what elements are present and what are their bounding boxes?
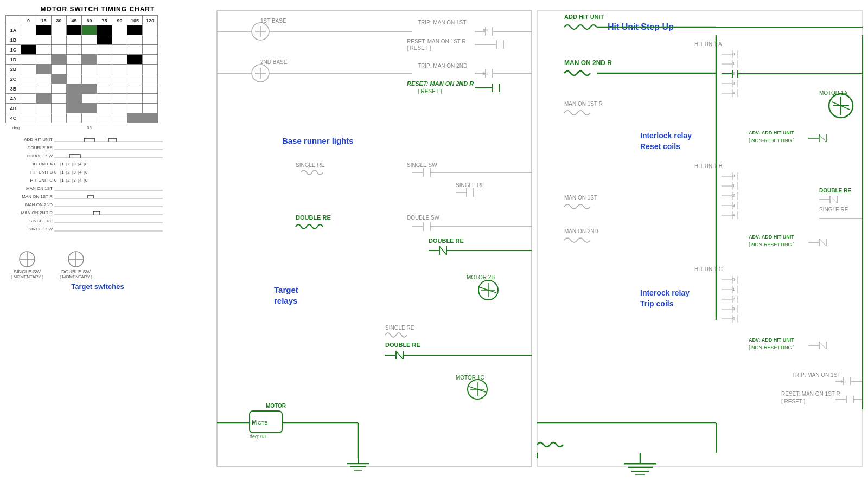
timing-grid-table: 0 15 30 45 60 75 90 105 120 1A bbox=[5, 15, 158, 133]
hit-unit-b-0: 0 bbox=[732, 174, 735, 178]
col-0: 0 bbox=[21, 16, 36, 25]
table-row: 4B bbox=[6, 104, 158, 113]
man-on-1st-coil bbox=[564, 204, 590, 209]
col-60: 60 bbox=[82, 16, 97, 25]
signal-hit-unit-b: HIT UNIT B 0 |1 |2 |3 |4 |0 bbox=[8, 169, 190, 176]
double-re-label-left: DOUBLE RE bbox=[296, 214, 331, 221]
table-row: 4A bbox=[6, 94, 158, 104]
single-re-contact-label: SINGLE RE bbox=[456, 182, 485, 188]
left-panel: MOTOR SWITCH TIMING CHART 0 15 30 45 60 … bbox=[5, 5, 190, 291]
left-circuit-border bbox=[217, 11, 532, 466]
col-75: 75 bbox=[97, 16, 112, 25]
hit-unit-c-2: 2 bbox=[732, 297, 735, 301]
col-15: 15 bbox=[36, 16, 52, 25]
signal-man-on-2nd-r: MAN ON 2ND R bbox=[8, 209, 190, 217]
signal-single-re: SINGLE RE bbox=[8, 217, 190, 225]
main-diagram: 1ST BASE TRIP: MAN ON 1ST Int RESET: MAN… bbox=[195, 0, 868, 488]
table-row-deg: deg: 63 bbox=[6, 123, 158, 133]
target-switches-label: Target switches bbox=[5, 282, 190, 291]
reset-2nd-bracket-label: [ RESET ] bbox=[418, 88, 442, 94]
timing-chart-grid: 0 15 30 45 60 75 90 105 120 1A bbox=[5, 15, 190, 133]
hit-unit-b-2: 2 bbox=[732, 193, 735, 198]
hit-unit-b-label: HIT UNIT B bbox=[694, 163, 723, 169]
signal-double-re: DOUBLE RE bbox=[8, 144, 190, 152]
single-sw-top-label: SINGLE SW bbox=[407, 162, 437, 168]
motor-1a-label: MOTOR 1A bbox=[819, 90, 847, 96]
signal-double-sw: DOUBLE SW bbox=[8, 152, 190, 160]
non-resetting-3-label: [ NON-RESETTING ] bbox=[749, 345, 795, 350]
non-resetting-2-label: [ NON-RESETTING ] bbox=[749, 242, 795, 247]
target-relays-label2: relays bbox=[274, 296, 297, 305]
hit-unit-a-label: HIT UNIT A bbox=[694, 41, 722, 47]
nc-double-re-right bbox=[830, 196, 837, 203]
interlock-relay-reset-label2: Reset coils bbox=[640, 142, 680, 151]
motor-2b-label: MOTOR 2B bbox=[467, 274, 495, 280]
table-row: 1A bbox=[6, 25, 158, 35]
motor-gtb-sub: GTB bbox=[258, 420, 268, 426]
double-re-right-label: DOUBLE RE bbox=[819, 188, 851, 194]
table-row: 1B bbox=[6, 35, 158, 45]
table-row: 2B bbox=[6, 65, 158, 74]
hit-unit-b-1: 1 bbox=[732, 183, 735, 188]
man-on-1st-r-gray-label: MAN ON 1ST R bbox=[564, 101, 603, 107]
reset-man-2nd-r-label: RESET: MAN ON 2ND R bbox=[407, 80, 474, 87]
add-hit-unit-label: ADD HIT UNIT bbox=[564, 14, 604, 20]
interlock-relay-trip-label: Interock relay bbox=[640, 288, 690, 297]
deg-63-label: deg: 63 bbox=[250, 434, 266, 439]
man-on-1st-coil-label: MAN ON 1ST bbox=[564, 195, 597, 201]
timing-chart-title: MOTOR SWITCH TIMING CHART bbox=[5, 5, 190, 13]
reset-1st-r-lower-label: RESET: MAN ON 1ST R bbox=[781, 391, 840, 397]
signal-man-on-1st-r: MAN ON 1ST R bbox=[8, 193, 190, 201]
hit-unit-a-4: 4 bbox=[732, 91, 735, 95]
table-row: 4C bbox=[6, 113, 158, 123]
motor-gtb-label: MOTOR bbox=[266, 403, 286, 409]
man-on-2nd-coil-label: MAN ON 2ND bbox=[564, 228, 598, 234]
table-row: 2C bbox=[6, 74, 158, 84]
col-90: 90 bbox=[112, 16, 127, 25]
signal-hit-unit-c: HIT UNIT C 0 |1 |2 |3 |4 |0 bbox=[8, 177, 190, 184]
signal-man-on-1st: MAN ON 1ST bbox=[8, 185, 190, 192]
nc-adv1 bbox=[819, 134, 826, 142]
hit-unit-c-4: 4 bbox=[732, 316, 735, 321]
signal-timing-area: ADD HIT UNIT DOUBLE RE DOUBLE SW HIT UNI… bbox=[5, 136, 190, 233]
man-on-2nd-coil bbox=[564, 238, 590, 242]
reset-1st-bracket-label: [ RESET ] bbox=[407, 45, 431, 51]
hit-unit-a-1: 1 bbox=[732, 61, 735, 66]
hit-unit-c-label: HIT UNIT C bbox=[694, 266, 723, 272]
motor-gtb-text: M bbox=[252, 419, 257, 426]
interlock-relay-trip-label2: Trip coils bbox=[640, 299, 674, 308]
adv-add-hit-unit-3-label: ADV: ADD HIT UNIT bbox=[749, 337, 794, 343]
double-re-contact-label: DOUBLE RE bbox=[429, 237, 464, 244]
hit-unit-c-3: 3 bbox=[732, 306, 735, 311]
single-re-coil-lower bbox=[385, 333, 407, 337]
man-on-2nd-r-coil bbox=[564, 71, 590, 75]
signal-hit-unit-a: HIT UNIT A 0 |1 |2 |3 |4 |0 bbox=[8, 160, 190, 168]
single-re-lower-label: SINGLE RE bbox=[385, 325, 414, 331]
single-re-top-label: SINGLE RE bbox=[296, 162, 325, 168]
1st-base-label: 1ST BASE bbox=[260, 18, 286, 24]
reset-lower-bracket-label: [ RESET ] bbox=[781, 399, 805, 404]
adv-add-hit-unit-2-label: ADV: ADD HIT UNIT bbox=[749, 234, 794, 240]
trip-man-2nd-label: TRIP: MAN ON 2ND bbox=[418, 63, 467, 69]
nc-adv2 bbox=[819, 239, 826, 246]
table-row: 1C bbox=[6, 45, 158, 55]
nc-adv3 bbox=[819, 342, 826, 349]
hit-unit-a-3: 3 bbox=[732, 81, 735, 86]
right-circuit-border bbox=[537, 11, 863, 466]
table-row: 1D bbox=[6, 55, 158, 65]
trip-man-1st-label: TRIP: MAN ON 1ST bbox=[418, 20, 466, 25]
hit-unit-a-0: 0 bbox=[732, 52, 735, 56]
man-on-2nd-r-label: MAN ON 2ND R bbox=[564, 59, 612, 67]
double-re-coil bbox=[296, 224, 323, 229]
signal-single-sw: SINGLE SW bbox=[8, 226, 190, 233]
col-30: 30 bbox=[52, 16, 67, 25]
double-re-lower-label: DOUBLE RE bbox=[385, 342, 420, 348]
hit-unit-b-3: 3 bbox=[732, 203, 735, 208]
col-105: 105 bbox=[127, 16, 143, 25]
hit-unit-b-4: 4 bbox=[732, 213, 735, 217]
col-120: 120 bbox=[143, 16, 158, 25]
ground3-coil bbox=[537, 442, 563, 447]
nc-x-lower bbox=[396, 351, 403, 359]
adv-add-hit-unit-1-label: ADV: ADD HIT UNIT bbox=[749, 130, 794, 136]
legend-area: SINGLE SW [ MOMENTARY ] DOUBLE SW [ MOME… bbox=[5, 249, 190, 279]
